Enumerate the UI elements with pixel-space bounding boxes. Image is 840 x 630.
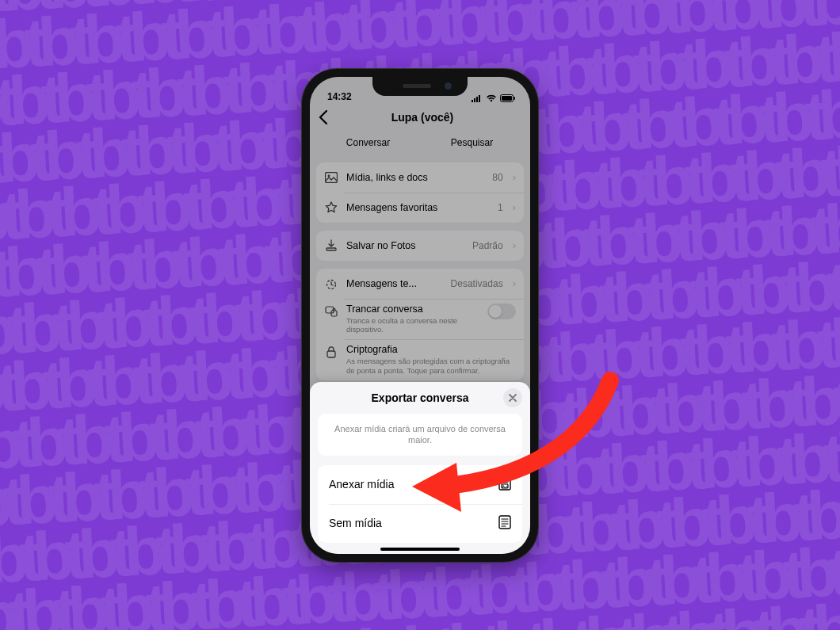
row-encryption[interactable]: Criptografia As mensagens são protegidas… — [316, 339, 524, 380]
row-value: 1 — [498, 202, 503, 213]
chevron-right-icon: › — [511, 201, 516, 213]
svg-rect-1 — [474, 98, 475, 102]
group-media-starred: Mídia, links e docs 80 › Mensagens favor… — [316, 162, 524, 223]
phone-screen: 14:32 Lupa (você) Conversar Pesquisar — [310, 77, 530, 554]
row-value: 80 — [492, 172, 502, 183]
lock-icon — [324, 346, 338, 358]
wifi-icon — [486, 94, 497, 102]
doc-icon — [498, 515, 511, 532]
home-indicator — [380, 548, 460, 551]
option-attach-media[interactable]: Anexar mídia — [318, 465, 522, 504]
option-without-media[interactable]: Sem mídia — [318, 504, 522, 543]
row-value: Desativadas — [451, 278, 503, 289]
group-privacy: Mensagens te... Desativadas › Trancar co… — [316, 269, 524, 381]
chevron-right-icon: › — [511, 239, 516, 251]
chevron-right-icon: › — [511, 277, 516, 289]
row-lock-chat[interactable]: Trancar conversa Tranca e oculta a conve… — [316, 299, 524, 340]
svg-rect-3 — [479, 95, 480, 102]
sheet-options: Anexar mídia Sem mídia — [318, 465, 522, 543]
svg-rect-2 — [476, 97, 478, 102]
status-icons — [472, 94, 516, 102]
row-starred-messages[interactable]: Mensagens favoritas 1 › — [316, 193, 524, 223]
svg-rect-5 — [502, 96, 512, 101]
doc-image-icon — [498, 476, 511, 493]
close-icon — [509, 394, 517, 402]
row-label: Mensagens favoritas — [346, 202, 490, 213]
phone-frame: 14:32 Lupa (você) Conversar Pesquisar — [302, 69, 538, 562]
sheet-note: Anexar mídia criará um arquivo de conver… — [318, 414, 522, 456]
option-label: Sem mídia — [329, 517, 498, 529]
page-title: Lupa (você) — [315, 111, 530, 124]
row-label: Mídia, links e docs — [346, 172, 484, 183]
row-label: Salvar no Fotos — [346, 240, 464, 251]
sheet-close-button[interactable] — [503, 388, 522, 407]
row-sublabel: As mensagens são protegidas com a cripto… — [346, 357, 516, 376]
svg-rect-6 — [514, 97, 516, 100]
option-label: Anexar mídia — [329, 478, 498, 491]
svg-rect-9 — [326, 248, 336, 250]
segmented-row: Conversar Pesquisar — [310, 131, 530, 159]
row-sublabel: Tranca e oculta a conversa neste disposi… — [346, 316, 479, 335]
sheet-header: Exportar conversa — [310, 382, 530, 414]
status-time: 14:32 — [324, 91, 352, 102]
segment-search[interactable]: Pesquisar — [420, 132, 524, 153]
row-value: Padrão — [472, 240, 503, 251]
row-disappearing-messages[interactable]: Mensagens te... Desativadas › — [316, 269, 524, 299]
group-save-photos: Salvar no Fotos Padrão › — [316, 231, 524, 261]
lock-chat-toggle[interactable] — [487, 304, 516, 319]
signal-icon — [472, 94, 483, 102]
row-label: Trancar conversa — [346, 304, 479, 315]
export-sheet: Exportar conversa Anexar mídia criará um… — [310, 382, 530, 554]
row-save-to-photos[interactable]: Salvar no Fotos Padrão › — [316, 231, 524, 261]
row-media-links-docs[interactable]: Mídia, links e docs 80 › — [316, 162, 524, 193]
row-label: Criptografia — [346, 344, 516, 355]
download-icon — [324, 239, 338, 252]
svg-rect-13 — [327, 351, 335, 357]
star-icon — [324, 201, 338, 214]
row-label: Mensagens te... — [346, 278, 443, 289]
chevron-right-icon: › — [511, 171, 516, 183]
lock-chat-icon — [324, 305, 338, 318]
battery-icon — [500, 94, 516, 102]
svg-rect-7 — [326, 172, 338, 182]
photo-icon — [324, 172, 338, 183]
svg-rect-0 — [472, 100, 473, 102]
segment-chat[interactable]: Conversar — [316, 132, 420, 153]
svg-point-8 — [328, 174, 330, 177]
phone-notch — [372, 77, 468, 96]
timer-icon — [324, 277, 338, 290]
sheet-title: Exportar conversa — [372, 391, 469, 404]
nav-header: Lupa (você) — [310, 104, 530, 131]
